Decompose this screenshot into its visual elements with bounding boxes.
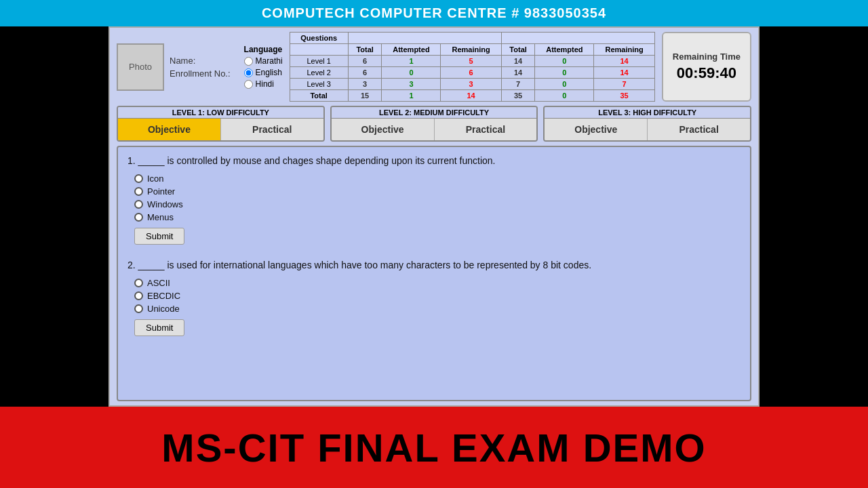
- option-radio-2-2[interactable]: [134, 291, 143, 300]
- option-label-2-2: EBCDIC: [147, 291, 180, 301]
- option-item-1-2[interactable]: Pointer: [134, 186, 741, 197]
- option-label-1-1: Icon: [147, 174, 164, 184]
- option-radio-1-3[interactable]: [134, 200, 143, 209]
- stats-label: Level 1: [290, 56, 348, 67]
- questions-area[interactable]: 1. _____ is controlled by mouse and chag…: [117, 146, 751, 401]
- header-title: COMPUTECH COMPUTER CENTRE # 9833050354: [262, 5, 606, 20]
- stats-a2: 0: [535, 67, 594, 79]
- stats-row: Level 1 6 1 5 14 0 14: [290, 56, 654, 67]
- stats-row: Level 3 3 3 3 7 0 7: [290, 79, 654, 90]
- level-buttons-2: ObjectivePractical: [332, 119, 537, 140]
- level-group-1: LEVEL 1: LOW DIFFICULTYObjectivePractica…: [117, 106, 325, 142]
- option-label-1-2: Pointer: [147, 186, 175, 197]
- col-total1: Total: [348, 44, 382, 56]
- stats-q: 6: [348, 56, 382, 67]
- lang-english[interactable]: English: [244, 68, 283, 77]
- photo-box: Photo: [117, 43, 164, 91]
- option-item-1-1[interactable]: Icon: [134, 174, 741, 184]
- option-radio-1-4[interactable]: [134, 213, 143, 222]
- stats-q: 6: [348, 67, 382, 79]
- stats-r2: 14: [594, 67, 654, 79]
- stats-r2: 14: [594, 56, 654, 67]
- stats-r1: 3: [441, 79, 501, 90]
- level-btn-3-2[interactable]: Practical: [647, 119, 750, 140]
- lang-hindi[interactable]: Hindi: [244, 79, 283, 89]
- option-radio-1-1[interactable]: [134, 174, 143, 183]
- options-list-2: ASCIIEBCDICUnicode: [134, 278, 741, 314]
- col-empty: [290, 44, 348, 56]
- photo-name-block: Photo Name: Enrollment No.:: [117, 32, 231, 102]
- col-group1: [348, 33, 501, 44]
- level-btn-1-1[interactable]: Objective: [118, 119, 220, 140]
- option-radio-2-3[interactable]: [134, 304, 143, 313]
- level-btn-1-2[interactable]: Practical: [220, 119, 323, 140]
- stats-q: 15: [348, 90, 382, 102]
- stats-label: Total: [290, 90, 348, 102]
- stats-a1: 1: [382, 56, 441, 67]
- col-total2: Total: [501, 44, 535, 56]
- stats-r1: 6: [441, 67, 501, 79]
- col-attempted1: Attempted: [382, 44, 441, 56]
- stats-a2: 0: [535, 90, 594, 102]
- remaining-time-label: Remaining Time: [673, 52, 741, 62]
- lang-marathi-radio[interactable]: [244, 57, 253, 66]
- option-item-2-2[interactable]: EBCDIC: [134, 291, 741, 301]
- option-radio-2-1[interactable]: [134, 279, 143, 287]
- level-title-3: LEVEL 3: HIGH DIFFICULTY: [545, 107, 750, 119]
- option-item-1-3[interactable]: Windows: [134, 199, 741, 209]
- option-label-2-1: ASCII: [147, 278, 170, 288]
- level-group-3: LEVEL 3: HIGH DIFFICULTYObjectivePractic…: [543, 106, 751, 142]
- language-block: Language Marathi English Hindi: [244, 32, 283, 102]
- stats-r2: 7: [594, 79, 654, 90]
- stats-t2: 14: [501, 67, 535, 79]
- question-block-2: 2. _____ is used for international langu…: [127, 258, 741, 336]
- col-group2: [501, 33, 654, 44]
- name-block: Name: Enrollment No.:: [170, 56, 231, 79]
- option-label-2-3: Unicode: [147, 304, 180, 314]
- lang-hindi-radio[interactable]: [244, 80, 253, 89]
- stats-r1: 5: [441, 56, 501, 67]
- bottom-bar-text: MS-CIT FINAL EXAM DEMO: [161, 425, 706, 470]
- stats-t2: 35: [501, 90, 535, 102]
- lang-english-radio[interactable]: [244, 68, 253, 77]
- exam-area: Photo Name: Enrollment No.: Language Mar…: [108, 26, 760, 407]
- stats-t2: 14: [501, 56, 535, 67]
- levels-row: LEVEL 1: LOW DIFFICULTYObjectivePractica…: [117, 106, 751, 142]
- stats-r2: 35: [594, 90, 654, 102]
- stats-label: Level 2: [290, 67, 348, 79]
- question-text-1: 1. _____ is controlled by mouse and chag…: [127, 154, 741, 168]
- option-label-1-3: Windows: [147, 199, 183, 209]
- option-radio-1-2[interactable]: [134, 187, 143, 196]
- submit-btn-2[interactable]: Submit: [134, 319, 184, 336]
- level-title-1: LEVEL 1: LOW DIFFICULTY: [118, 107, 323, 119]
- question-text-2: 2. _____ is used for international langu…: [127, 258, 741, 272]
- stats-label: Level 3: [290, 79, 348, 90]
- name-label: Name:: [170, 56, 231, 66]
- stats-a2: 0: [535, 56, 594, 67]
- level-btn-3-1[interactable]: Objective: [545, 119, 647, 140]
- photo-label: Photo: [129, 62, 152, 72]
- level-btn-2-1[interactable]: Objective: [332, 119, 434, 140]
- stats-a2: 0: [535, 79, 594, 90]
- info-row: Photo Name: Enrollment No.: Language Mar…: [117, 32, 751, 102]
- level-title-2: LEVEL 2: MEDIUM DIFFICULTY: [332, 107, 537, 119]
- lang-english-label: English: [256, 68, 282, 77]
- stats-row: Level 2 6 0 6 14 0 14: [290, 67, 654, 79]
- options-list-1: IconPointerWindowsMenus: [134, 174, 741, 222]
- option-item-2-3[interactable]: Unicode: [134, 304, 741, 314]
- stats-a1: 0: [382, 67, 441, 79]
- submit-btn-1[interactable]: Submit: [134, 228, 184, 245]
- col-remaining2: Remaining: [594, 44, 654, 56]
- option-item-1-4[interactable]: Menus: [134, 212, 741, 222]
- bottom-bar: MS-CIT FINAL EXAM DEMO: [0, 407, 868, 488]
- lang-hindi-label: Hindi: [256, 79, 274, 89]
- stats-r1: 14: [441, 90, 501, 102]
- col-remaining1: Remaining: [441, 44, 501, 56]
- stats-q: 3: [348, 79, 382, 90]
- option-label-1-4: Menus: [147, 212, 174, 222]
- main-wrapper: COMPUTECH COMPUTER CENTRE # 9833050354 P…: [0, 0, 868, 488]
- option-item-2-1[interactable]: ASCII: [134, 278, 741, 288]
- lang-marathi[interactable]: Marathi: [244, 56, 283, 66]
- level-btn-2-2[interactable]: Practical: [434, 119, 537, 140]
- stats-a1: 1: [382, 90, 441, 102]
